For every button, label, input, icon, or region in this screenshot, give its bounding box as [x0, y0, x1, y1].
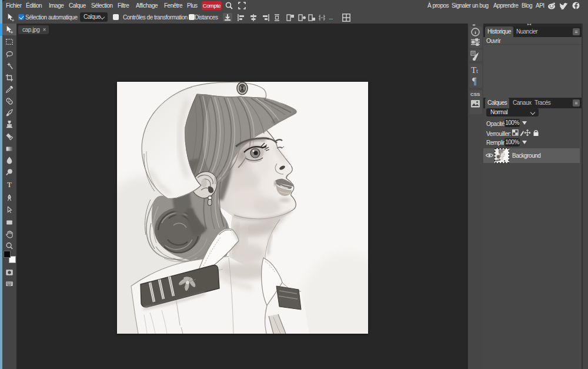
svg-text:T: T	[471, 65, 476, 75]
svg-text:CSS: CSS	[470, 92, 480, 97]
svg-text:t: t	[476, 68, 478, 74]
svg-text:T: T	[7, 181, 12, 189]
svg-text:¶: ¶	[472, 76, 477, 86]
